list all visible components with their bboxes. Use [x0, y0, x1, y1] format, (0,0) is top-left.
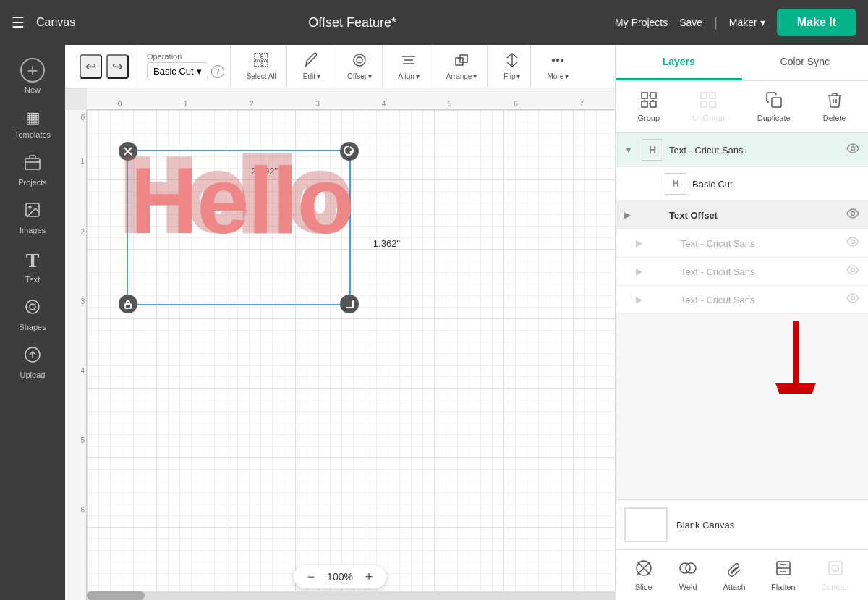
edit-arrow-icon: ▾	[317, 72, 320, 80]
operation-value: Basic Cut	[153, 66, 194, 77]
layer-expand-icon-1: ▼	[624, 145, 636, 155]
my-projects-button[interactable]: My Projects	[615, 17, 668, 28]
svg-rect-17	[456, 58, 463, 65]
divider: |	[714, 15, 718, 30]
canvas-container[interactable]: 0 1 2 3 4 5 6 7 0 1 2 3 4 5 6	[65, 88, 615, 600]
offset-button[interactable]: Offset ▾	[343, 49, 376, 83]
layer-text-cricut-2[interactable]: ▶ Text - Cricut Sans	[616, 229, 868, 258]
tab-layers[interactable]: Layers	[616, 45, 742, 80]
layer-text-offset[interactable]: ▶ Text Offset	[616, 201, 868, 229]
select-all-button[interactable]: Select All	[242, 49, 281, 83]
layer-visibility-2[interactable]	[846, 235, 859, 251]
flip-button[interactable]: Flip ▾	[499, 49, 524, 83]
text-icon: T	[26, 249, 40, 272]
layer-text-cricut-4[interactable]: ▶ Text - Cricut Sans	[616, 286, 868, 314]
sidebar-label-text: Text	[25, 275, 40, 284]
offset-arrow-icon: ▾	[368, 72, 372, 80]
attach-button[interactable]: Attach	[718, 556, 752, 594]
scrollbar-thumb[interactable]	[87, 591, 145, 600]
sidebar-item-images[interactable]: Images	[0, 194, 65, 242]
slice-button[interactable]: Slice	[629, 556, 659, 594]
slice-icon	[634, 559, 653, 580]
sidebar-item-new[interactable]: + New	[0, 51, 65, 101]
more-arrow-icon: ▾	[565, 72, 569, 80]
duplicate-button[interactable]: Duplicate	[752, 88, 796, 125]
group-button[interactable]: Group	[632, 88, 666, 125]
sidebar-item-projects[interactable]: Projects	[0, 146, 65, 194]
toolbar: ↩ ↪ Operation Basic Cut ▾ ?	[65, 45, 615, 88]
ungroup-icon	[699, 91, 717, 111]
canvas-work-area[interactable]: 2.992" 1.362"	[87, 110, 615, 600]
attach-label: Attach	[723, 583, 746, 591]
zoom-in-button[interactable]: +	[360, 568, 378, 586]
projects-icon	[24, 153, 41, 175]
sidebar-item-shapes[interactable]: Shapes	[0, 291, 65, 339]
align-button[interactable]: Align ▾	[394, 49, 424, 83]
layers-list: ▼ H Text - Cricut Sans H Basic	[616, 133, 868, 499]
zoom-out-button[interactable]: −	[302, 568, 320, 586]
blank-canvas-section: Blank Canvas	[616, 499, 868, 549]
images-icon	[24, 201, 41, 223]
svg-rect-37	[710, 101, 715, 107]
operation-label: Operation	[147, 52, 224, 61]
layer-text-cricut-3[interactable]: ▶ Text - Cricut Sans	[616, 258, 868, 286]
layer-text-cricut-1[interactable]: ▼ H Text - Cricut Sans	[616, 133, 868, 167]
center-panel: ↩ ↪ Operation Basic Cut ▾ ?	[65, 45, 615, 600]
make-it-button[interactable]: Make It	[777, 9, 856, 36]
layer-visibility-1[interactable]	[846, 142, 859, 158]
sidebar-item-templates[interactable]: ▦ Templates	[0, 101, 65, 146]
sidebar-item-text[interactable]: T Text	[0, 242, 65, 291]
hello-text-element[interactable]: Hello Hello	[130, 153, 347, 298]
tab-color-sync[interactable]: Color Sync	[742, 45, 869, 80]
layer-name-basic-cut: Basic Cut	[692, 179, 859, 190]
maker-select[interactable]: Maker ▾	[729, 17, 765, 28]
delete-label: Delete	[823, 114, 846, 122]
sidebar-label-projects: Projects	[18, 178, 47, 187]
svg-rect-36	[701, 101, 707, 107]
layer-basic-cut[interactable]: H Basic Cut	[616, 167, 868, 201]
layer-thumb-1: H	[642, 139, 663, 161]
layer-expand-icon-3: ▶	[636, 266, 647, 276]
svg-rect-9	[262, 54, 268, 59]
redo-button[interactable]: ↪	[106, 54, 129, 79]
svg-point-42	[851, 269, 855, 272]
hamburger-icon[interactable]: ☰	[12, 14, 25, 31]
svg-rect-10	[255, 61, 260, 67]
flip-icon	[504, 52, 520, 71]
svg-point-41	[851, 240, 855, 244]
sidebar-label-images: Images	[20, 226, 46, 234]
panel-actions: Group UnGroup	[616, 81, 868, 133]
delete-button[interactable]: Delete	[817, 88, 852, 125]
layer-visibility-offset[interactable]	[846, 207, 859, 223]
select-all-section: Select All	[237, 45, 287, 88]
sidebar-item-upload[interactable]: Upload	[0, 339, 65, 386]
arrange-button[interactable]: Arrange ▾	[442, 49, 482, 83]
save-button[interactable]: Save	[679, 17, 702, 28]
layer-visibility-4[interactable]	[846, 292, 859, 308]
svg-point-49	[680, 563, 690, 573]
offset-icon	[352, 52, 367, 71]
svg-rect-35	[710, 93, 715, 98]
align-icon	[401, 52, 417, 71]
ungroup-button[interactable]: UnGroup	[686, 88, 731, 125]
svg-rect-56	[833, 565, 838, 571]
operation-help-button[interactable]: ?	[211, 65, 224, 78]
contour-button[interactable]: Contour	[815, 556, 855, 594]
canvas-scrollbar[interactable]	[87, 591, 615, 600]
more-button[interactable]: More ▾	[542, 49, 573, 83]
arrange-arrow-icon: ▾	[473, 72, 477, 80]
weld-button[interactable]: Weld	[673, 556, 703, 594]
sidebar-label-shapes: Shapes	[19, 323, 46, 331]
layer-visibility-3[interactable]	[846, 263, 859, 279]
svg-point-12	[354, 54, 365, 66]
edit-button[interactable]: Edit ▾	[299, 49, 325, 83]
duplicate-icon	[765, 91, 783, 111]
svg-rect-0	[25, 159, 40, 169]
edit-section: Edit ▾	[293, 45, 331, 88]
edit-label: Edit	[303, 72, 315, 80]
operation-select[interactable]: Basic Cut ▾	[147, 62, 208, 80]
svg-point-40	[851, 212, 855, 216]
undo-button[interactable]: ↩	[80, 54, 102, 79]
flatten-button[interactable]: Flatten	[765, 556, 801, 594]
svg-rect-27	[650, 93, 656, 98]
